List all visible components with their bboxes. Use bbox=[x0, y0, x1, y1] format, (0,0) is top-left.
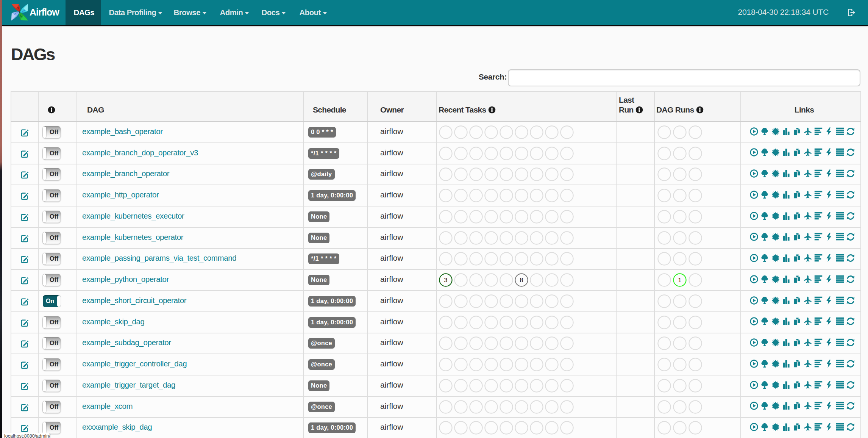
svg-text:8: 8 bbox=[520, 277, 523, 283]
svg-text:3: 3 bbox=[444, 277, 448, 283]
svg-text:1: 1 bbox=[678, 277, 682, 283]
